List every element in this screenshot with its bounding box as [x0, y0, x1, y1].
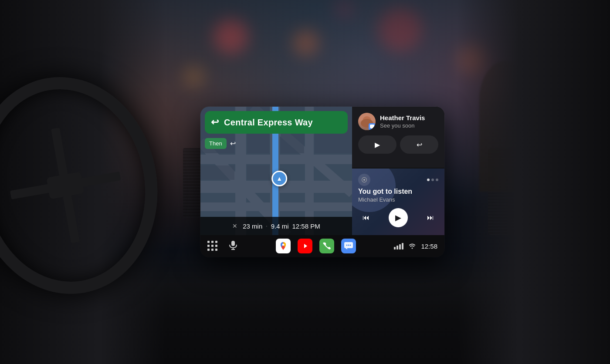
music-record-icon: ⦿	[358, 174, 370, 186]
progress-dot	[427, 179, 430, 181]
grid-dot	[215, 249, 217, 251]
phone-logo-icon	[322, 242, 331, 250]
music-progress-dots	[427, 179, 438, 181]
play-message-button[interactable]: ▶	[358, 135, 396, 154]
messages-app-button[interactable]	[341, 239, 356, 253]
navigation-banner: ↩ Central Express Way	[205, 111, 348, 134]
skip-forward-icon: ⏭	[427, 214, 434, 222]
svg-rect-18	[231, 241, 235, 246]
play-pause-button[interactable]: ▶	[389, 208, 408, 227]
skip-back-icon: ⏮	[363, 214, 369, 222]
signal-strength-icon	[394, 243, 403, 249]
grid-dot	[211, 249, 214, 251]
wifi-icon	[409, 243, 416, 249]
music-content: ⦿ You got to listen Michael Evans ⏮ ▶	[358, 174, 438, 227]
progress-dot	[436, 179, 438, 181]
svg-point-21	[282, 244, 285, 246]
close-icon[interactable]: ✕	[232, 222, 237, 229]
svg-point-29	[412, 248, 413, 249]
phone-app-button[interactable]	[319, 239, 334, 253]
signal-bar-3	[399, 244, 401, 249]
signal-bar-2	[396, 246, 398, 249]
reply-icon: ↩	[417, 141, 422, 149]
music-title: You got to listen	[358, 188, 438, 195]
message-app-badge	[369, 123, 376, 130]
play-icon: ▶	[375, 141, 380, 149]
progress-dot	[431, 179, 434, 181]
music-top-row: ⦿	[358, 174, 438, 186]
mic-icon	[228, 240, 238, 250]
message-preview: See you soon	[380, 122, 438, 129]
music-artist: Michael Evans	[358, 196, 438, 203]
message-widget: Heather Travis See you soon ▶ ↩	[352, 107, 444, 168]
then-label: Then	[205, 138, 227, 149]
map-section[interactable]: ↩ Central Express Way Then ↩ ✕ 23 min · …	[200, 107, 352, 235]
eta-bar: ✕ 23 min · 9.4 mi 12:58 PM	[200, 217, 352, 235]
then-instruction: Then ↩	[205, 138, 236, 149]
reply-message-button[interactable]: ↩	[400, 135, 438, 154]
signal-bar-4	[402, 243, 403, 249]
grid-dot	[215, 245, 217, 247]
svg-marker-17	[371, 128, 373, 129]
svg-point-27	[348, 245, 349, 246]
eta-distance: 9.4 mi	[271, 222, 289, 230]
contact-avatar	[358, 113, 376, 130]
maps-app-button[interactable]	[276, 239, 291, 253]
play-icon: ▶	[395, 213, 401, 222]
navigation-arrow	[271, 171, 287, 186]
message-actions: ▶ ↩	[358, 135, 438, 154]
svg-rect-16	[370, 125, 374, 128]
messages-logo-icon	[344, 242, 353, 250]
youtube-app-button[interactable]	[298, 239, 312, 253]
message-badge-icon	[370, 125, 374, 129]
youtube-logo-icon	[300, 243, 310, 249]
steering-center	[46, 172, 84, 199]
signal-bar-1	[394, 247, 396, 249]
svg-marker-25	[346, 248, 347, 249]
grid-dot	[207, 249, 210, 251]
grid-dot	[211, 241, 214, 243]
maps-logo-icon	[278, 241, 288, 251]
nav-app-shortcuts	[276, 239, 356, 253]
contact-row: Heather Travis See you soon	[358, 113, 438, 130]
system-clock: 12:58	[421, 243, 437, 250]
right-panel	[458, 0, 610, 364]
contact-info: Heather Travis See you soon	[380, 114, 438, 129]
street-name: Central Express Way	[224, 118, 313, 128]
location-marker	[271, 171, 287, 186]
previous-track-button[interactable]: ⏮	[358, 210, 374, 226]
eta-duration: 23 min	[243, 222, 262, 230]
nav-left-controls	[207, 240, 238, 252]
grid-dot	[215, 241, 217, 243]
eta-separator: ·	[266, 223, 267, 229]
eta-arrival-time: 12:58 PM	[292, 222, 320, 230]
next-track-button[interactable]: ⏭	[423, 210, 438, 226]
svg-rect-15	[247, 165, 269, 180]
music-widget: ⦿ You got to listen Michael Evans ⏮ ▶	[352, 169, 444, 235]
nav-right-status: 12:58	[394, 243, 437, 250]
android-auto-display: ↩ Central Express Way Then ↩ ✕ 23 min · …	[200, 107, 444, 257]
svg-point-28	[350, 245, 351, 246]
then-turn-icon: ↩	[230, 139, 236, 148]
grid-dot	[207, 245, 210, 247]
bottom-nav-bar: 12:58	[200, 235, 444, 257]
grid-dot	[211, 245, 214, 247]
svg-rect-14	[200, 165, 234, 180]
turn-left-icon: ↩	[211, 117, 219, 128]
widgets-panel: Heather Travis See you soon ▶ ↩ ⦿	[352, 107, 444, 235]
grid-dot	[207, 241, 210, 243]
microphone-button[interactable]	[228, 240, 238, 252]
music-controls: ⏮ ▶ ⏭	[358, 208, 438, 227]
svg-point-26	[346, 245, 348, 246]
contact-name: Heather Travis	[380, 114, 438, 121]
apps-grid-button[interactable]	[207, 241, 218, 251]
